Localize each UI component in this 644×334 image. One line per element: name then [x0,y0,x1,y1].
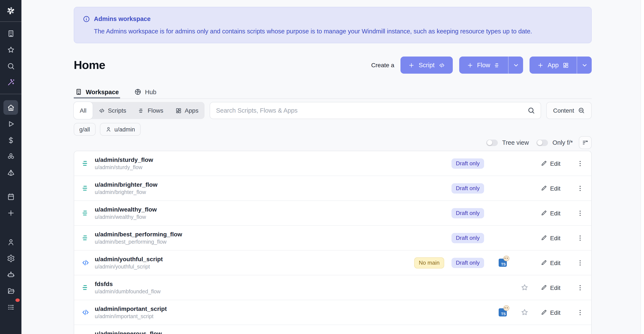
list-item[interactable]: u/admin/important_script u/admin/importa… [74,300,591,325]
list-item[interactable]: u/admin/brighter_flow u/admin/brighter_f… [74,176,591,201]
list-item[interactable]: u/admin/youthful_script u/admin/youthful… [74,250,591,275]
kebab-menu-button[interactable] [576,160,584,167]
pencil-icon [541,309,547,316]
search-code-icon [578,107,585,114]
list-item[interactable]: u/admin/sturdy_flow u/admin/sturdy_flow … [74,151,591,176]
sidebar-item-workers[interactable] [4,267,18,282]
list-item[interactable]: u/admin/best_performing_flow u/admin/bes… [74,226,591,250]
edit-button[interactable]: Edit [541,185,567,192]
play-icon [7,120,15,128]
create-flow-button[interactable]: Flow [459,56,523,74]
list-item[interactable]: u/admin/generous_flow u/admin/generous_f… [74,325,591,334]
app-dropdown-toggle[interactable] [577,56,592,74]
item-title[interactable]: u/admin/sturdy_flow [95,156,153,163]
edit-button[interactable]: Edit [541,160,567,167]
list-item[interactable]: u/admin/wealthy_flow u/admin/wealthy_flo… [74,201,591,226]
filter-plus-button[interactable] [579,136,592,149]
item-title[interactable]: u/admin/generous_flow [95,330,162,334]
edit-button[interactable]: Edit [541,234,567,241]
item-path: u/admin/important_script [95,313,167,320]
flow-icon [81,284,90,292]
tab-hub[interactable]: Hub [133,83,158,99]
star-favorite-button[interactable] [520,308,528,317]
filter-scripts[interactable]: Scripts [92,102,132,119]
home-icon [7,103,15,112]
globe-icon [134,88,142,96]
tree-view-label: Tree view [502,139,529,146]
draft-only-badge: Draft only [452,158,484,168]
code-icon [98,107,105,114]
sidebar-item-logs[interactable] [4,300,18,314]
tag-u-admin[interactable]: u/admin [100,123,141,136]
item-title[interactable]: u/admin/wealthy_flow [95,206,157,213]
sidebar-item-workspace[interactable] [4,26,18,41]
list-item[interactable]: fdsfds u/admin/dumbfounded_flow Edit [74,275,591,300]
item-title[interactable]: u/admin/best_performing_flow [95,231,182,238]
gear-icon [7,254,15,262]
edit-button[interactable]: Edit [541,259,567,266]
tag-g-all[interactable]: g/all [74,123,96,136]
folder-icon [7,287,15,295]
user-icon [7,238,15,246]
tree-view-toggle[interactable] [486,139,498,146]
sidebar-item-home[interactable] [4,100,18,115]
filter-flows[interactable]: Flows [132,102,169,119]
sidebar-item-schedules[interactable] [4,189,18,204]
sidebar-item-variables[interactable] [4,133,18,147]
sidebar-divider [0,94,22,94]
flow-dropdown-toggle[interactable] [508,56,523,74]
kebab-menu-button[interactable] [576,259,584,267]
kebab-icon [576,259,584,267]
item-title[interactable]: u/admin/brighter_flow [95,181,157,188]
kebab-menu-button[interactable] [576,184,584,192]
sidebar-item-favorites[interactable] [4,42,18,57]
search-box [210,102,541,119]
sidebar-item-runs[interactable] [4,117,18,131]
sidebar-item-resources[interactable] [4,149,18,164]
tab-workspace[interactable]: Workspace [74,83,120,99]
plus-icon [537,62,544,68]
create-script-button[interactable]: Script [401,56,452,74]
tab-bar: Workspace Hub [74,83,592,99]
sidebar-item-folders[interactable] [4,284,18,298]
sidebar-item-settings[interactable] [4,251,18,266]
star-icon [520,308,528,317]
kebab-menu-button[interactable] [576,284,584,291]
item-title[interactable]: fdsfds [95,280,160,288]
kebab-icon [576,160,584,167]
sidebar-item-search[interactable] [4,59,18,73]
filter-all[interactable]: All [74,102,92,119]
scrollbar-gutter[interactable] [640,0,644,334]
item-title[interactable]: u/admin/youthful_script [95,255,163,263]
windmill-logo[interactable] [0,0,22,21]
edit-button[interactable]: Edit [541,309,567,316]
content-search-button[interactable]: Content [546,102,592,119]
edit-button[interactable]: Edit [541,210,567,216]
sidebar-item-add[interactable] [4,205,18,220]
star-favorite-button[interactable] [520,284,528,292]
script-icon [81,308,90,317]
sidebar-item-triggers[interactable] [4,165,18,180]
draft-only-badge: Draft only [452,208,484,218]
sidebar [0,0,22,334]
flow-icon [81,184,90,192]
flow-icon [138,107,145,114]
kebab-icon [576,309,584,316]
kebab-menu-button[interactable] [576,234,584,242]
draft-only-badge: Draft only [452,233,484,243]
star-favorite-button[interactable] [520,333,528,334]
plus-icon [7,209,15,217]
only-f-toggle[interactable] [536,139,548,146]
kebab-menu-button[interactable] [576,309,584,316]
sidebar-item-ai[interactable] [4,75,18,90]
filter-apps[interactable]: Apps [169,102,204,119]
kebab-menu-button[interactable] [576,209,584,217]
sidebar-item-user[interactable] [4,235,18,249]
create-app-button[interactable]: App [530,56,592,74]
main-area: Admins workspace The Admins workspace is… [22,0,644,334]
search-input[interactable] [210,107,541,114]
item-title[interactable]: u/admin/important_script [95,305,167,312]
edit-button[interactable]: Edit [541,284,567,291]
search-icon [7,62,15,70]
user-icon [106,126,112,132]
